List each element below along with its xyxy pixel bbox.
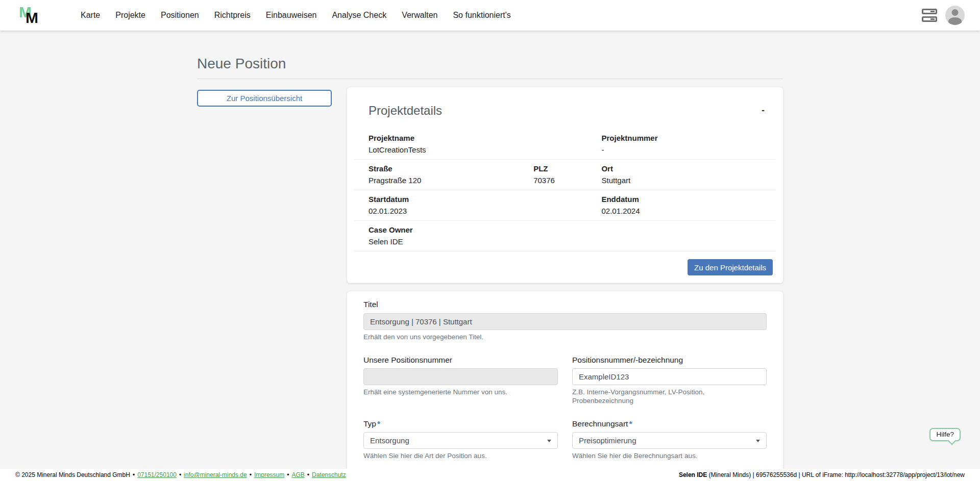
main-navigation: Karte Projekte Positionen Richtpreis Ein… [73,0,519,31]
berechnungsart-select[interactable]: Preisoptimierung [572,432,767,449]
nav-item-projekte[interactable]: Projekte [108,0,153,31]
field-ort: Ort Stuttgart [601,164,776,185]
session-user-name: Selen IDE [679,471,707,478]
typ-help-text: Wählen Sie hier die Art der Position aus… [363,452,558,461]
copyright-text: © 2025 Mineral Minds Deutschland GmbH [15,471,130,478]
field-strasse: Straße Pragstraße 120 [369,164,533,185]
field-projektname: Projektname LotCreationTests [369,133,533,155]
impressum-link[interactable]: Impressum [254,471,284,478]
table-row: Startdatum 02.01.2023 Enddatum 02.01.202… [354,190,776,221]
typ-selected-value: Entsorgung [370,436,409,445]
footer-left: © 2025 Mineral Minds Deutschland GmbH • … [15,471,346,478]
berechnungsart-selected-value: Preisoptimierung [579,436,636,445]
top-navbar: M M Karte Projekte Positionen Richtpreis… [0,0,980,31]
berechnungsart-group: Berechnungsart* Preisoptimierung Wählen … [572,419,767,461]
agb-link[interactable]: AGB [291,471,304,478]
session-info: Selen IDE (Mineral Minds) | 69576255536d… [679,471,965,478]
logo-black-m-icon: M [26,10,37,26]
field-projektnummer: Projektnummer - [601,133,776,155]
right-column: Projektdetails - Projektname LotCreation… [347,87,783,481]
left-column: Zur Positionsübersicht [197,87,332,107]
titel-help-text: Erhält den von uns vorgegebenen Titel. [363,333,767,342]
collapse-card-button[interactable]: - [757,104,769,117]
separator-dot: • [133,471,135,478]
nav-item-positionen[interactable]: Positionen [153,0,207,31]
navbar-actions [922,6,965,25]
email-link[interactable]: info@mineral-minds.de [184,471,247,478]
separator-dot: • [307,471,309,478]
positionsnummer-input[interactable] [572,368,767,385]
required-marker: * [377,419,380,428]
positionsnummer-help-text: Z.B. Interne-Vorgangsnummer, LV-Position… [572,388,767,406]
field-label: PLZ [533,164,601,174]
server-list-icon[interactable] [922,9,937,22]
datenschutz-link[interactable]: Datenschutz [312,471,346,478]
server-bar-icon [922,16,937,22]
field-label: Straße [369,164,533,174]
field-value: 02.01.2023 [369,206,533,216]
nav-item-so-funktionierts[interactable]: So funktioniert's [445,0,518,31]
unsere-positionsnummer-help-text: Erhält eine systemgenerierte Nummer von … [363,388,558,397]
avatar-head-shape [952,9,959,16]
session-details: (Mineral Minds) | 69576255536d | URL of … [707,471,965,478]
help-button[interactable]: Hilfe? [929,428,961,441]
field-label: Case Owner [369,225,533,235]
field-plz: PLZ 70376 [533,164,601,185]
separator-dot: • [179,471,181,478]
table-row: Projektname LotCreationTests Projektnumm… [354,129,776,160]
nav-item-richtpreis[interactable]: Richtpreis [207,0,258,31]
typ-label: Typ* [363,419,558,428]
field-label: Projektname [369,133,533,143]
field-label: Startdatum [369,194,533,205]
nav-item-verwalten[interactable]: Verwalten [394,0,445,31]
nav-item-einbauweisen[interactable]: Einbauweisen [258,0,325,31]
separator-dot: • [287,471,289,478]
berechnungsart-label: Berechnungsart* [572,419,767,428]
titel-label: Titel [363,299,767,309]
project-details-title: Projektdetails [369,104,442,118]
unsere-positionsnummer-input [363,368,558,385]
user-avatar-icon[interactable] [945,6,965,25]
go-to-project-details-button[interactable]: Zu den Projektdetails [688,259,773,275]
chevron-down-icon [547,440,551,442]
back-to-positions-button[interactable]: Zur Positionsübersicht [197,90,332,107]
nav-item-karte[interactable]: Karte [73,0,108,31]
separator-dot: • [250,471,252,478]
project-details-table: Projektname LotCreationTests Projektnumm… [354,129,776,251]
field-value: 02.01.2024 [601,206,776,216]
berechnungsart-help-text: Wählen Sie hier die Berechnungsart aus. [572,452,767,461]
field-label: Projektnummer [601,133,776,143]
server-bar-icon [922,9,937,14]
field-value: Selen IDE [369,237,533,247]
titel-input [363,313,767,330]
positionsnummer-group: Positionsnummer/-bezeichnung Z.B. Intern… [572,355,767,406]
chevron-down-icon [756,440,760,442]
positionsnummer-label: Positionsnummer/-bezeichnung [572,355,767,365]
titel-group: Titel Erhält den von uns vorgegebenen Ti… [363,299,767,341]
table-row: Straße Pragstraße 120 PLZ 70376 Ort Stut… [354,160,776,190]
page-title: Neue Position [197,55,783,79]
field-value: 70376 [533,175,601,186]
project-details-card: Projektdetails - Projektname LotCreation… [347,87,783,284]
required-marker: * [629,419,632,428]
field-startdatum: Startdatum 02.01.2023 [369,194,533,216]
unsere-positionsnummer-group: Unsere Positionsnummer Erhält eine syste… [363,355,558,406]
field-label: Ort [601,164,776,174]
field-enddatum: Enddatum 02.01.2024 [601,194,776,216]
main-content: Neue Position Zur Positionsübersicht Pro… [197,31,783,481]
typ-select[interactable]: Entsorgung [363,432,558,449]
field-value: Pragstraße 120 [369,175,533,186]
field-case-owner: Case Owner Selen IDE [369,225,533,246]
page-footer: © 2025 Mineral Minds Deutschland GmbH • … [0,469,980,481]
field-value: Stuttgart [601,175,776,186]
avatar-body-shape [948,17,962,25]
phone-link[interactable]: 07151/250100 [137,471,177,478]
field-label: Enddatum [601,194,776,205]
unsere-positionsnummer-label: Unsere Positionsnummer [363,355,558,365]
table-row: Case Owner Selen IDE [354,221,776,251]
typ-group: Typ* Entsorgung Wählen Sie hier die Art … [363,419,558,461]
new-position-form-card: Titel Erhält den von uns vorgegebenen Ti… [347,291,783,481]
mineral-minds-logo[interactable]: M M [19,4,48,27]
field-value: LotCreationTests [369,145,533,155]
nav-item-analyse-check[interactable]: Analyse Check [324,0,394,31]
